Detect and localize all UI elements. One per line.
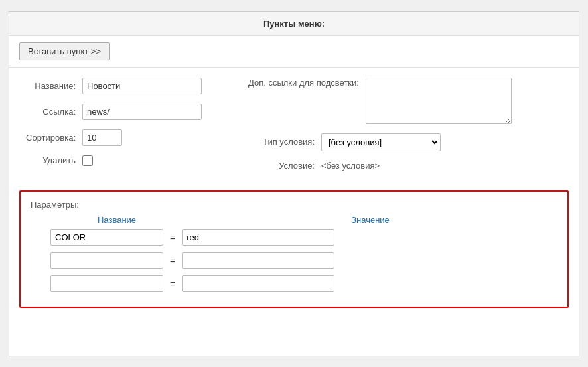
right-column: Доп. ссылки для подсветки: Тип условия: …	[248, 78, 565, 181]
param-value-input-3[interactable]	[182, 275, 334, 292]
highlight-label: Доп. ссылки для подсветки:	[248, 78, 359, 89]
link-row: Ссылка:	[23, 104, 235, 120]
param-name-input-1[interactable]	[50, 229, 163, 246]
highlight-input[interactable]	[366, 78, 512, 124]
param-eq-1: =	[170, 232, 175, 243]
insert-button[interactable]: Вставить пункт >>	[19, 42, 110, 60]
highlight-row: Доп. ссылки для подсветки:	[248, 78, 565, 124]
sort-input[interactable]	[82, 129, 122, 146]
name-row: Название:	[23, 78, 235, 94]
params-col-name-header: Название	[50, 215, 183, 225]
param-eq-2: =	[170, 256, 175, 266]
name-label: Название:	[23, 81, 76, 91]
sort-label: Сортировка:	[23, 133, 76, 143]
condition-type-select[interactable]: [без условия]	[321, 133, 441, 151]
condition-value: <без условия>	[321, 161, 380, 171]
param-row-3: =	[31, 275, 557, 292]
condition-type-label: Тип условия:	[248, 137, 315, 148]
form-area: Название: Ссылка: Сортировка: Удалить	[9, 68, 579, 191]
link-label: Ссылка:	[23, 107, 76, 117]
condition-label: Условие:	[248, 161, 315, 172]
delete-checkbox[interactable]	[82, 155, 93, 166]
link-input[interactable]	[82, 104, 202, 120]
param-eq-3: =	[170, 279, 175, 289]
params-title: Параметры:	[31, 200, 557, 210]
main-panel: Пункты меню: Вставить пункт >> Название:…	[9, 11, 579, 356]
delete-row: Удалить	[23, 155, 235, 166]
toolbar: Вставить пункт >>	[9, 36, 579, 68]
page-title: Пункты меню:	[9, 12, 579, 36]
params-headers: Название Значение	[31, 215, 557, 225]
params-box: Параметры: Название Значение = = =	[19, 190, 569, 308]
param-name-input-3[interactable]	[50, 275, 163, 292]
param-row-2: =	[31, 252, 557, 269]
left-column: Название: Ссылка: Сортировка: Удалить	[23, 78, 235, 181]
param-value-input-2[interactable]	[182, 252, 334, 269]
name-input[interactable]	[82, 78, 202, 94]
param-value-input-1[interactable]	[182, 229, 334, 246]
params-col-value-header: Значение	[183, 215, 557, 225]
condition-type-row: Тип условия: [без условия]	[248, 133, 565, 151]
param-name-input-2[interactable]	[50, 252, 163, 269]
param-row-1: =	[31, 229, 557, 246]
delete-label: Удалить	[23, 155, 76, 165]
condition-value-row: Условие: <без условия>	[248, 161, 565, 172]
sort-row: Сортировка:	[23, 129, 235, 146]
